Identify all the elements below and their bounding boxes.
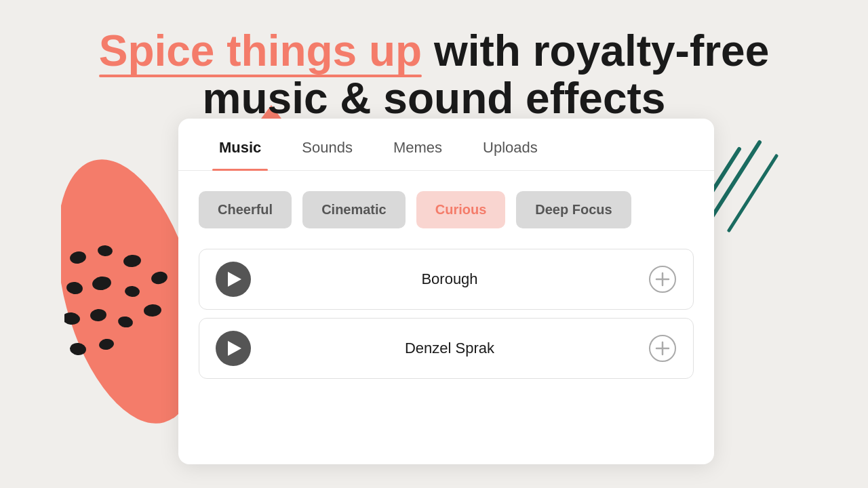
play-button-borough[interactable] [216, 262, 251, 297]
category-bar: Cheerful Cinematic Curious Deep Focus [178, 171, 714, 242]
tab-uploads[interactable]: Uploads [462, 125, 558, 170]
tab-sounds[interactable]: Sounds [281, 125, 373, 170]
svg-point-7 [150, 270, 168, 286]
play-icon [228, 272, 241, 287]
header-line2: music & sound effects [0, 75, 868, 122]
dots-decoration [64, 237, 173, 373]
track-name-borough: Borough [264, 270, 635, 288]
track-list: Borough Denzel Sprak [178, 242, 714, 386]
svg-point-4 [66, 281, 83, 295]
svg-point-2 [97, 245, 113, 257]
add-button-borough[interactable] [648, 265, 677, 293]
svg-point-10 [117, 315, 134, 329]
header-rest: with royalty-free [434, 26, 769, 75]
svg-point-13 [98, 338, 115, 350]
svg-point-1 [69, 250, 87, 265]
svg-line-16 [729, 156, 776, 230]
svg-point-6 [124, 285, 140, 297]
plus-circle-icon [648, 265, 677, 293]
svg-point-5 [92, 275, 113, 291]
category-curious[interactable]: Curious [416, 191, 506, 228]
svg-point-3 [123, 254, 141, 268]
header-line1: Spice things up with royalty-free [0, 27, 868, 75]
svg-point-8 [64, 312, 81, 326]
tab-bar: Music Sounds Memes Uploads [178, 125, 714, 171]
play-button-denzel-sprak[interactable] [216, 331, 251, 366]
svg-point-11 [143, 304, 161, 317]
plus-circle-icon [648, 334, 677, 363]
track-name-denzel-sprak: Denzel Sprak [264, 340, 635, 357]
tab-music[interactable]: Music [199, 125, 281, 170]
category-cinematic[interactable]: Cinematic [302, 191, 406, 228]
add-button-denzel-sprak[interactable] [648, 334, 677, 363]
category-cheerful[interactable]: Cheerful [199, 191, 292, 228]
media-panel: Music Sounds Memes Uploads Cheerful Cine… [178, 119, 714, 464]
svg-point-12 [69, 342, 87, 357]
track-item: Borough [199, 249, 694, 310]
track-item: Denzel Sprak [199, 318, 694, 379]
svg-point-9 [90, 308, 107, 322]
category-deep-focus[interactable]: Deep Focus [516, 191, 631, 228]
play-icon [228, 341, 241, 356]
tab-memes[interactable]: Memes [373, 125, 462, 170]
highlight-text: Spice things up [99, 27, 422, 75]
